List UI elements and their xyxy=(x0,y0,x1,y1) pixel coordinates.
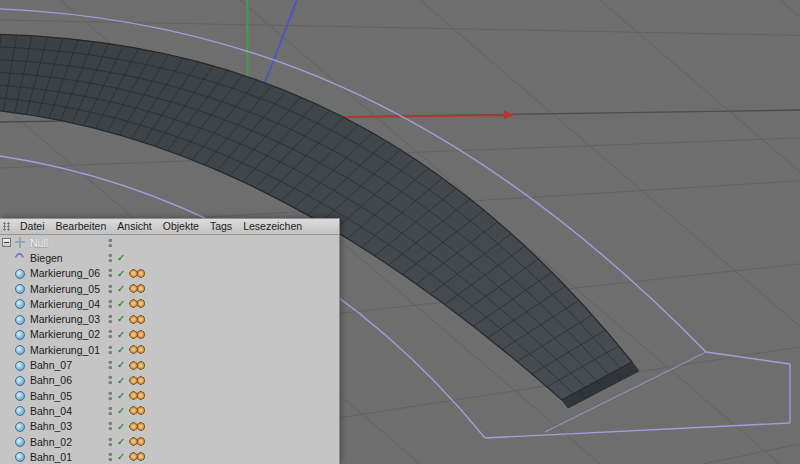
collapse-expander-icon[interactable] xyxy=(2,238,11,247)
polygon-object-icon[interactable] xyxy=(14,267,26,280)
object-manager-menubar: DateiBearbeitenAnsichtObjekteTagsLesezei… xyxy=(0,219,339,235)
menu-lesezeichen[interactable]: Lesezeichen xyxy=(238,219,308,234)
menu-ansicht[interactable]: Ansicht xyxy=(112,219,157,234)
object-label: Biegen xyxy=(30,252,63,264)
object-label: Markierung_02 xyxy=(30,328,100,340)
visibility-dots-icon[interactable] xyxy=(108,391,113,401)
object-row-markierung_03[interactable]: Markierung_03✓ xyxy=(0,311,339,326)
enabled-check-icon[interactable]: ✓ xyxy=(117,266,125,281)
polygon-object-icon[interactable] xyxy=(14,435,26,448)
phong-tag-icon[interactable] xyxy=(129,376,146,385)
object-label: Markierung_01 xyxy=(30,344,100,356)
enabled-check-icon[interactable]: ✓ xyxy=(117,403,125,418)
phong-tag-icon[interactable] xyxy=(129,330,146,339)
polygon-object-icon[interactable] xyxy=(14,404,26,417)
object-row-bahn_01[interactable]: Bahn_01✓ xyxy=(0,449,339,464)
menu-tags[interactable]: Tags xyxy=(205,219,238,234)
enabled-check-icon[interactable]: ✓ xyxy=(117,281,125,296)
visibility-dots-icon[interactable] xyxy=(108,314,113,324)
object-label: Bahn_01 xyxy=(30,451,72,463)
object-row-bahn_02[interactable]: Bahn_02✓ xyxy=(0,434,339,449)
phong-tag-icon[interactable] xyxy=(129,284,146,293)
enabled-check-icon[interactable]: ✓ xyxy=(117,449,125,464)
polygon-object-icon[interactable] xyxy=(14,389,26,402)
object-row-null[interactable]: Null xyxy=(0,235,339,250)
phong-tag-icon[interactable] xyxy=(129,269,146,278)
visibility-dots-icon[interactable] xyxy=(108,299,113,309)
phong-tag-icon[interactable] xyxy=(129,437,146,446)
visibility-dots-icon[interactable] xyxy=(108,284,113,294)
object-label: Bahn_03 xyxy=(30,420,72,432)
panel-grip-icon[interactable] xyxy=(3,222,11,231)
enabled-check-icon[interactable]: ✓ xyxy=(117,434,125,449)
enabled-check-icon[interactable]: ✓ xyxy=(117,419,125,434)
polygon-object-icon[interactable] xyxy=(14,374,26,387)
polygon-object-icon[interactable] xyxy=(14,313,26,326)
object-row-bahn_05[interactable]: Bahn_05✓ xyxy=(0,388,339,403)
visibility-dots-icon[interactable] xyxy=(108,421,113,431)
object-label: Markierung_03 xyxy=(30,313,100,325)
visibility-dots-icon[interactable] xyxy=(108,329,113,339)
visibility-dots-icon[interactable] xyxy=(108,437,113,447)
enabled-check-icon[interactable]: ✓ xyxy=(117,388,125,403)
polygon-object-icon[interactable] xyxy=(14,343,26,356)
bend-deformer-icon[interactable] xyxy=(14,251,26,264)
object-row-markierung_04[interactable]: Markierung_04✓ xyxy=(0,296,339,311)
visibility-dots-icon[interactable] xyxy=(108,253,113,263)
object-label: Markierung_04 xyxy=(30,298,100,310)
menu-bearbeiten[interactable]: Bearbeiten xyxy=(51,219,113,234)
object-row-biegen[interactable]: Biegen✓ xyxy=(0,250,339,265)
object-row-bahn_03[interactable]: Bahn_03✓ xyxy=(0,419,339,434)
enabled-check-icon[interactable]: ✓ xyxy=(117,342,125,357)
object-label: Bahn_02 xyxy=(30,436,72,448)
object-row-bahn_06[interactable]: Bahn_06✓ xyxy=(0,373,339,388)
phong-tag-icon[interactable] xyxy=(129,345,146,354)
visibility-dots-icon[interactable] xyxy=(108,375,113,385)
enabled-check-icon[interactable]: ✓ xyxy=(117,250,125,265)
phong-tag-icon[interactable] xyxy=(129,452,146,461)
object-label: Bahn_06 xyxy=(30,374,72,386)
polygon-object-icon[interactable] xyxy=(14,450,26,463)
object-label: Null xyxy=(30,237,48,249)
phong-tag-icon[interactable] xyxy=(129,422,146,431)
object-label: Bahn_05 xyxy=(30,390,72,402)
menu-objekte[interactable]: Objekte xyxy=(158,219,205,234)
polygon-object-icon[interactable] xyxy=(14,297,26,310)
null-object-icon[interactable] xyxy=(14,236,26,249)
object-manager-panel: DateiBearbeitenAnsichtObjekteTagsLesezei… xyxy=(0,218,340,464)
enabled-check-icon[interactable]: ✓ xyxy=(117,296,125,311)
polygon-object-icon[interactable] xyxy=(14,328,26,341)
enabled-check-icon[interactable]: ✓ xyxy=(117,311,125,326)
enabled-check-icon[interactable]: ✓ xyxy=(117,327,125,342)
object-tree: NullBiegen✓Markierung_06✓Markierung_05✓M… xyxy=(0,235,339,464)
enabled-check-icon[interactable]: ✓ xyxy=(117,357,125,372)
menubar-items: DateiBearbeitenAnsichtObjekteTagsLesezei… xyxy=(15,219,308,234)
object-row-bahn_04[interactable]: Bahn_04✓ xyxy=(0,403,339,418)
visibility-dots-icon[interactable] xyxy=(108,360,113,370)
visibility-dots-icon[interactable] xyxy=(108,406,113,416)
enabled-check-icon[interactable]: ✓ xyxy=(117,373,125,388)
object-label: Bahn_07 xyxy=(30,359,72,371)
phong-tag-icon[interactable] xyxy=(129,391,146,400)
visibility-dots-icon[interactable] xyxy=(108,238,113,248)
object-label: Markierung_06 xyxy=(30,267,100,279)
visibility-dots-icon[interactable] xyxy=(108,345,113,355)
phong-tag-icon[interactable] xyxy=(129,299,146,308)
object-row-markierung_05[interactable]: Markierung_05✓ xyxy=(0,281,339,296)
object-row-markierung_01[interactable]: Markierung_01✓ xyxy=(0,342,339,357)
polygon-object-icon[interactable] xyxy=(14,420,26,433)
object-label: Markierung_05 xyxy=(30,283,100,295)
object-row-markierung_06[interactable]: Markierung_06✓ xyxy=(0,266,339,281)
object-row-markierung_02[interactable]: Markierung_02✓ xyxy=(0,327,339,342)
visibility-dots-icon[interactable] xyxy=(108,268,113,278)
phong-tag-icon[interactable] xyxy=(129,406,146,415)
polygon-object-icon[interactable] xyxy=(14,359,26,372)
object-label: Bahn_04 xyxy=(30,405,72,417)
menu-datei[interactable]: Datei xyxy=(15,219,51,234)
object-row-bahn_07[interactable]: Bahn_07✓ xyxy=(0,357,339,372)
visibility-dots-icon[interactable] xyxy=(108,452,113,462)
polygon-object-icon[interactable] xyxy=(14,282,26,295)
phong-tag-icon[interactable] xyxy=(129,315,146,324)
phong-tag-icon[interactable] xyxy=(129,361,146,370)
